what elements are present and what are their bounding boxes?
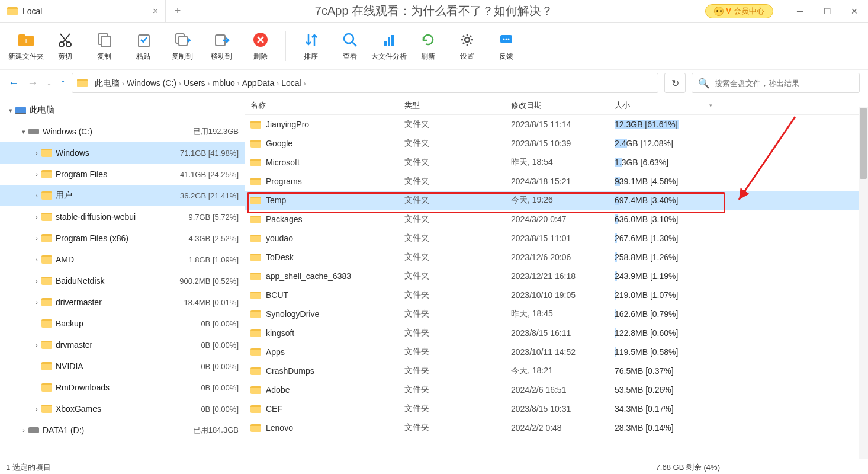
tree-item[interactable]: ▾Windows (C:)已用192.3GB bbox=[0, 121, 245, 142]
file-row[interactable]: Programs文件夹2024/3/18 15:21939.1MB [4.58%… bbox=[245, 172, 868, 191]
search-input[interactable] bbox=[715, 79, 853, 88]
file-row[interactable]: Packages文件夹2024/3/20 0:47636.0MB [3.10%] bbox=[245, 210, 868, 229]
col-type[interactable]: 类型 bbox=[404, 100, 511, 111]
breadcrumb-item[interactable]: Local bbox=[279, 77, 303, 89]
vip-badge[interactable]: V 会员中心 bbox=[705, 4, 773, 18]
svg-point-24 bbox=[506, 39, 507, 40]
chevron-icon[interactable]: ▾ bbox=[6, 107, 15, 114]
tool-bigfile[interactable]: 大文件分析 bbox=[370, 25, 408, 67]
folder-icon bbox=[250, 329, 261, 337]
new-folder-icon: + bbox=[17, 30, 36, 49]
file-row[interactable]: Temp文件夹今天, 19:26697.4MB [3.40%] bbox=[245, 191, 868, 210]
tool-move-to[interactable]: 移动到 bbox=[202, 25, 240, 67]
file-row[interactable]: CrashDumps文件夹今天, 18:2176.5MB [0.37%] bbox=[245, 361, 868, 380]
folder-icon bbox=[41, 341, 52, 349]
tree-item[interactable]: ›用户36.2GB [21.41%] bbox=[0, 185, 245, 206]
tree-item[interactable]: ›drvmaster0B [0.00%] bbox=[0, 334, 245, 356]
file-row[interactable]: Adobe文件夹2024/2/6 16:5153.5MB [0.26%] bbox=[245, 380, 868, 399]
breadcrumb-item[interactable]: Users bbox=[181, 77, 208, 89]
up-button[interactable]: ↑ bbox=[60, 77, 66, 89]
maximize-button[interactable]: ☐ bbox=[814, 0, 841, 23]
refresh-button[interactable]: ↻ bbox=[664, 73, 686, 93]
chevron-icon[interactable]: › bbox=[32, 277, 41, 284]
file-row[interactable]: app_shell_cache_6383文件夹2023/12/21 16:182… bbox=[245, 267, 868, 286]
bigfile-icon bbox=[380, 30, 398, 49]
chevron-icon[interactable]: › bbox=[32, 149, 41, 156]
forward-button[interactable]: → bbox=[27, 77, 38, 89]
tool-refresh[interactable]: 刷新 bbox=[409, 25, 447, 67]
search-box[interactable]: 🔍 bbox=[692, 73, 860, 93]
tree-item[interactable]: ›Windows71.1GB [41.98%] bbox=[0, 142, 245, 164]
col-size[interactable]: 大小▾ bbox=[615, 100, 718, 111]
history-dropdown[interactable]: ⌄ bbox=[46, 79, 52, 87]
tree-item[interactable]: ›Program Files (x86)4.3GB [2.52%] bbox=[0, 228, 245, 249]
folder-icon bbox=[41, 405, 52, 413]
file-row[interactable]: SynologyDrive文件夹昨天, 18:45162.6MB [0.79%] bbox=[245, 305, 868, 324]
tool-cut[interactable]: 剪切 bbox=[46, 25, 84, 67]
minimize-button[interactable]: ─ bbox=[786, 0, 814, 23]
chevron-icon[interactable]: › bbox=[32, 341, 41, 348]
tree-item[interactable]: Backup0B [0.00%] bbox=[0, 313, 245, 334]
chevron-icon[interactable]: › bbox=[19, 427, 28, 434]
col-name[interactable]: 名称 bbox=[245, 100, 404, 111]
chevron-icon[interactable]: › bbox=[32, 192, 41, 199]
chevron-icon[interactable]: › bbox=[32, 405, 41, 412]
tree-item[interactable]: ›stable-diffusion-webui9.7GB [5.72%] bbox=[0, 206, 245, 228]
chevron-icon[interactable]: › bbox=[32, 256, 41, 263]
chevron-icon[interactable]: › bbox=[32, 299, 41, 306]
file-row[interactable]: Google文件夹2023/8/15 10:392.4GB [12.08%] bbox=[245, 134, 868, 153]
tool-view[interactable]: 查看 bbox=[331, 25, 369, 67]
chevron-icon[interactable]: › bbox=[32, 213, 41, 220]
folder-icon bbox=[41, 170, 52, 178]
tool-new-folder[interactable]: +新建文件夹 bbox=[7, 25, 45, 67]
file-row[interactable]: CEF文件夹2023/8/15 10:3134.3MB [0.17%] bbox=[245, 399, 868, 418]
tree-item[interactable]: RmDownloads0B [0.00%] bbox=[0, 377, 245, 398]
tree-item[interactable]: ›DATA1 (D:)已用184.3GB bbox=[0, 419, 245, 441]
tree-item[interactable]: NVIDIA0B [0.00%] bbox=[0, 356, 245, 377]
tool-delete[interactable]: 删除 bbox=[242, 25, 279, 67]
tool-paste[interactable]: 粘贴 bbox=[124, 25, 162, 67]
breadcrumb-item[interactable]: mbluo bbox=[210, 77, 237, 89]
tool-sort[interactable]: 排序 bbox=[292, 25, 330, 67]
breadcrumb-item[interactable]: AppData bbox=[240, 77, 277, 89]
tab-local[interactable]: Local × bbox=[0, 0, 166, 23]
tool-copy[interactable]: 复制 bbox=[85, 25, 123, 67]
chevron-icon[interactable]: › bbox=[32, 171, 41, 178]
face-icon bbox=[714, 7, 724, 16]
file-row[interactable]: Lenovo文件夹2024/2/2 0:4828.3MB [0.14%] bbox=[245, 418, 868, 437]
file-row[interactable]: Apps文件夹2023/10/11 14:52119.5MB [0.58%] bbox=[245, 342, 868, 361]
address-bar[interactable]: 此电脑›Windows (C:)›Users›mbluo›AppData›Loc… bbox=[72, 73, 658, 93]
file-row[interactable]: kingsoft文件夹2023/8/15 16:11122.8MB [0.60%… bbox=[245, 324, 868, 342]
back-button[interactable]: ← bbox=[8, 77, 19, 89]
view-icon bbox=[340, 30, 359, 49]
file-row[interactable]: youdao文件夹2023/8/15 11:01267.6MB [1.30%] bbox=[245, 229, 868, 248]
tree-item[interactable]: ›drivermaster18.4MB [0.01%] bbox=[0, 292, 245, 313]
chevron-icon[interactable]: › bbox=[32, 235, 41, 242]
breadcrumb-item[interactable]: 此电脑 bbox=[92, 77, 122, 89]
chevron-right-icon: › bbox=[304, 79, 306, 88]
new-tab-button[interactable]: + bbox=[166, 5, 189, 17]
tree-item[interactable]: ›BaiduNetdisk900.2MB [0.52%] bbox=[0, 270, 245, 292]
col-date[interactable]: 修改日期 bbox=[511, 100, 615, 111]
folder-icon bbox=[41, 234, 52, 242]
tree-item[interactable]: ›AMD1.8GB [1.09%] bbox=[0, 249, 245, 270]
tab-close-icon[interactable]: × bbox=[153, 6, 158, 17]
tree-item[interactable]: ▾此电脑 bbox=[0, 100, 245, 121]
feedback-icon bbox=[497, 30, 516, 49]
close-button[interactable]: ✕ bbox=[841, 0, 868, 23]
chevron-icon[interactable]: ▾ bbox=[19, 128, 28, 136]
file-row[interactable]: Microsoft文件夹昨天, 18:541.3GB [6.63%] bbox=[245, 153, 868, 172]
file-row[interactable]: ToDesk文件夹2023/12/6 20:06258.8MB [1.26%] bbox=[245, 248, 868, 267]
scrollbar-vertical[interactable] bbox=[859, 107, 868, 459]
tool-settings[interactable]: 设置 bbox=[448, 25, 486, 67]
tool-copy-to[interactable]: 复制到 bbox=[163, 25, 201, 67]
file-row[interactable]: JianyingPro文件夹2023/8/15 11:1412.3GB [61.… bbox=[245, 115, 868, 134]
breadcrumb-item[interactable]: Windows (C:) bbox=[124, 77, 179, 89]
tree-item[interactable]: ›Program Files41.1GB [24.25%] bbox=[0, 164, 245, 185]
tool-feedback[interactable]: 反馈 bbox=[487, 25, 525, 67]
folder-icon bbox=[250, 159, 261, 166]
file-row[interactable]: BCUT文件夹2023/10/10 19:05219.0MB [1.07%] bbox=[245, 286, 868, 305]
folder-icon bbox=[7, 7, 18, 15]
svg-point-23 bbox=[503, 39, 505, 40]
tree-item[interactable]: ›XboxGames0B [0.00%] bbox=[0, 398, 245, 419]
